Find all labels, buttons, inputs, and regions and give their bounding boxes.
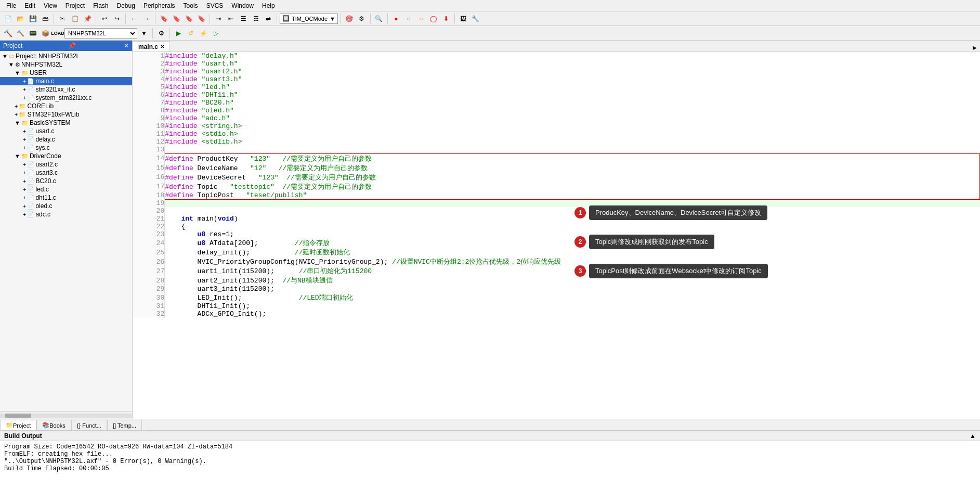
- tab-close-button[interactable]: ✕: [160, 44, 164, 49]
- menu-file[interactable]: File: [2, 1, 20, 10]
- copy-button[interactable]: 📋: [69, 13, 81, 24]
- open-file-button[interactable]: 📂: [15, 13, 26, 24]
- sidebar-item-oled-c[interactable]: + 📄 oled.c: [0, 202, 132, 210]
- bookmark3-button[interactable]: 🔖: [183, 13, 194, 24]
- target-select-btn[interactable]: ▼: [138, 28, 150, 39]
- line-code[interactable]: #include "usart2.h": [165, 68, 980, 75]
- line-code[interactable]: delay_init(); //延时函数初始化: [165, 248, 980, 257]
- line-code[interactable]: DHT11_Init();: [165, 302, 980, 310]
- redo-button[interactable]: ↪: [111, 13, 123, 24]
- sidebar-item-drivercode[interactable]: ▼ 📁 DriverCode: [0, 152, 132, 160]
- sidebar-pin-button[interactable]: 📌: [68, 42, 76, 49]
- sidebar-scrollbar[interactable]: [0, 411, 132, 419]
- tab-main-c[interactable]: main.c ✕: [133, 41, 170, 52]
- line-code[interactable]: int main(void): [165, 215, 980, 223]
- new-file-button[interactable]: 📄: [2, 13, 14, 24]
- line-code[interactable]: #include <stdlib.h>: [165, 138, 980, 146]
- line-code[interactable]: #define DeviceName "12" //需要定义为用户自己的参数: [165, 163, 980, 173]
- sidebar-item-usart3-c[interactable]: + 📄 usart3.c: [0, 169, 132, 177]
- sidebar-item-usart2-c[interactable]: + 📄 usart2.c: [0, 160, 132, 169]
- sidebar-item-corelib[interactable]: + 📁 CORELib: [0, 102, 132, 110]
- format2-button[interactable]: ☶: [250, 13, 262, 24]
- menu-project[interactable]: Project: [61, 1, 89, 10]
- download-button[interactable]: ⬇: [440, 13, 452, 24]
- menu-peripherals[interactable]: Peripherals: [139, 1, 179, 10]
- target-button[interactable]: 🎯: [344, 13, 355, 24]
- sidebar-item-usart-c[interactable]: + 📄 usart.c: [0, 127, 132, 135]
- btab-project[interactable]: 📁 Project: [0, 420, 36, 430]
- sidebar-item-user-folder[interactable]: ▼ 📁 USER: [0, 69, 132, 77]
- format1-button[interactable]: ☰: [238, 13, 249, 24]
- load-btn[interactable]: LOAD: [52, 28, 63, 39]
- menu-window[interactable]: Window: [227, 1, 258, 10]
- line-code[interactable]: [165, 207, 980, 215]
- sidebar-item-dht11-c[interactable]: + 📄 dht11.c: [0, 194, 132, 202]
- tim-ocmode-dropdown-icon[interactable]: ▼: [330, 16, 335, 22]
- btab-temps[interactable]: [] Temp...: [107, 420, 142, 430]
- build2-btn[interactable]: 🔨: [15, 28, 26, 39]
- sidebar-item-system-stm32[interactable]: + 📄 system_stm32l1xx.c: [0, 94, 132, 102]
- format3-button[interactable]: ⇌: [263, 13, 274, 24]
- unindent-button[interactable]: ⇤: [225, 13, 237, 24]
- line-code[interactable]: #include "DHT11.h": [165, 91, 980, 99]
- line-code[interactable]: [165, 146, 980, 153]
- line-code[interactable]: #include <string.h>: [165, 122, 980, 130]
- manage-button[interactable]: ⚙: [356, 13, 368, 24]
- line-code[interactable]: #include "oled.h": [165, 107, 980, 114]
- nav-back-button[interactable]: ←: [128, 13, 140, 24]
- sidebar-item-basicsystem[interactable]: ▼ 📁 BasicSYSTEM: [0, 119, 132, 127]
- menu-flash[interactable]: Flash: [89, 1, 112, 10]
- sidebar-close-button[interactable]: ✕: [124, 42, 129, 49]
- bookmark2-button[interactable]: 🔖: [171, 13, 182, 24]
- sidebar-item-delay-c[interactable]: + 📄 delay.c: [0, 135, 132, 144]
- line-code[interactable]: #define TopicPost "teset/publish": [165, 191, 980, 200]
- build-target-btn[interactable]: ▶: [173, 28, 184, 39]
- chip-btn[interactable]: 📟: [27, 28, 38, 39]
- flash-btn[interactable]: ⚡: [198, 28, 209, 39]
- sidebar-item-stm32-it[interactable]: + 📄 stm32l1xx_it.c: [0, 85, 132, 94]
- debug-target-btn[interactable]: ▷: [210, 28, 221, 39]
- sidebar-item-nnhpstm32l[interactable]: ▼ ⚙ NNHPSTM32L: [0, 60, 132, 69]
- btab-functs[interactable]: {} Funct...: [71, 420, 107, 430]
- line-code[interactable]: {: [165, 223, 980, 230]
- line-code[interactable]: #include "usart3.h": [165, 75, 980, 83]
- line-code[interactable]: #include "usart.h": [165, 60, 980, 68]
- build-btn[interactable]: 🔨: [2, 28, 14, 39]
- line-code[interactable]: u8 res=1;: [165, 230, 980, 238]
- sidebar-item-stm32fwlib[interactable]: + 📁 STM32F10xFWLib: [0, 110, 132, 119]
- sidebar-item-project-root[interactable]: ▼ 🗂 Project: NNHPSTM32L: [0, 52, 132, 60]
- btab-books[interactable]: 📚 Books: [36, 420, 71, 430]
- nav-fwd-button[interactable]: →: [141, 13, 152, 24]
- line-code[interactable]: [165, 199, 980, 207]
- tim-ocmode-combo[interactable]: 🔲 TIM_OCMode ▼: [280, 14, 338, 24]
- config-button[interactable]: 🔧: [470, 13, 481, 24]
- tab-scroll-right[interactable]: ▶: [970, 44, 980, 52]
- sidebar-item-led-c[interactable]: + 📄 led.c: [0, 185, 132, 194]
- search-button[interactable]: 🔍: [373, 13, 385, 24]
- save-all-button[interactable]: 🗃: [40, 13, 51, 24]
- line-code[interactable]: #include <stdio.h>: [165, 130, 980, 138]
- sidebar-item-adc-c[interactable]: + 📄 adc.c: [0, 210, 132, 218]
- menu-tools[interactable]: Tools: [179, 1, 202, 10]
- menu-help[interactable]: Help: [258, 1, 279, 10]
- menu-edit[interactable]: Edit: [20, 1, 40, 10]
- project-select[interactable]: NNHPSTM32L: [64, 28, 137, 38]
- line-code[interactable]: ADCx_GPIO_Init();: [165, 310, 980, 318]
- line-code[interactable]: u8 ATdata[200]; //指令存放: [165, 238, 980, 248]
- sidebar-item-sys-c[interactable]: + 📄 sys.c: [0, 144, 132, 152]
- bookmark4-button[interactable]: 🔖: [195, 13, 207, 24]
- erase-button[interactable]: ◯: [428, 13, 439, 24]
- line-code[interactable]: LED_Init(); //LED端口初始化: [165, 293, 980, 302]
- menu-debug[interactable]: Debug: [113, 1, 139, 10]
- line-code[interactable]: NVIC_PriorityGroupConfig(NVIC_PriorityGr…: [165, 257, 980, 266]
- line-code[interactable]: #include "led.h": [165, 83, 980, 91]
- code-container[interactable]: 1#include "delay.h"2#include "usart.h"3#…: [133, 52, 980, 419]
- open-target-btn[interactable]: ⚙: [155, 28, 167, 39]
- reset-button[interactable]: ○: [415, 13, 427, 24]
- line-code[interactable]: uart2_init(115200); //与NB模块通信: [165, 276, 980, 285]
- bookmark-button[interactable]: 🔖: [158, 13, 169, 24]
- undo-button[interactable]: ↩: [99, 13, 110, 24]
- sidebar-item-bc20-c[interactable]: + 📄 BC20.c: [0, 177, 132, 185]
- window-layout-button[interactable]: 🖼: [458, 13, 469, 24]
- paste-button[interactable]: 📌: [82, 13, 93, 24]
